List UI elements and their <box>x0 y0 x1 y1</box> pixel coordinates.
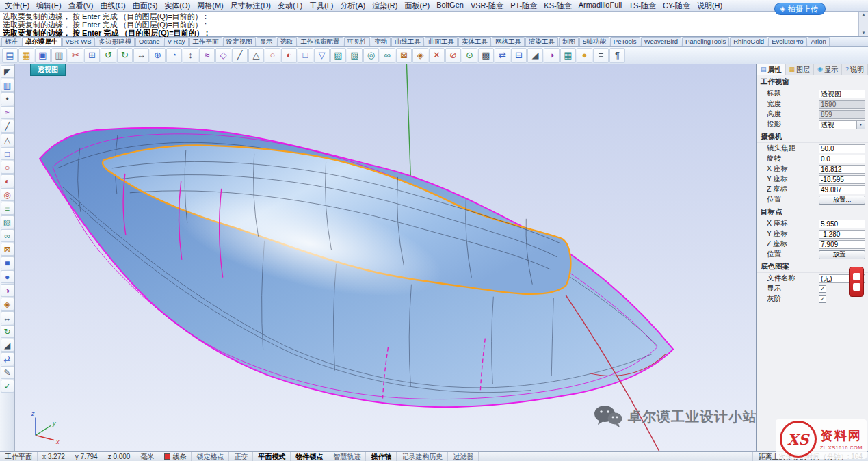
panel-tab-layers[interactable]: ▦ 图层 <box>786 64 815 75</box>
camera-lens-field[interactable]: 50.0 <box>819 144 865 153</box>
extrude-icon[interactable]: ⊠ <box>396 48 412 63</box>
print-icon[interactable]: ▥ <box>51 48 67 63</box>
projection-dropdown[interactable]: 透视 ▼ <box>819 120 865 129</box>
rectangle-tool-icon[interactable]: □ <box>1 147 14 160</box>
menu-item[interactable]: 渲染(R) <box>369 0 401 12</box>
rectangle-icon[interactable]: □ <box>298 48 313 63</box>
viewport-canvas[interactable]: z x y <box>15 64 756 451</box>
join-icon[interactable]: ⊙ <box>462 48 477 63</box>
ellipse-icon[interactable]: ◎ <box>1 188 14 201</box>
status-toggle[interactable]: 智慧轨迹 <box>328 452 366 461</box>
properties-icon[interactable]: ¶ <box>609 48 625 63</box>
curve-icon[interactable]: ≈ <box>199 48 215 63</box>
control-point-curve-icon[interactable]: ◇ <box>215 48 231 63</box>
mesh-icon[interactable]: ▦ <box>560 48 576 63</box>
wallpaper-filename-field[interactable]: (无) <box>819 274 853 283</box>
camera-x-field[interactable]: 16.812 <box>819 165 865 174</box>
menu-item[interactable]: 分析(A) <box>337 0 369 12</box>
toolbar-tab[interactable]: VSR-WB <box>62 37 95 46</box>
revolve-icon[interactable]: ◎ <box>363 48 379 63</box>
status-toggle[interactable]: 操作轴 <box>366 452 397 461</box>
menu-item[interactable]: 说明(H) <box>694 0 726 12</box>
command-area[interactable]: 选取要复制的边缘， 按 Enter 完成 （目的图层(Q)=目前的） : 选取要… <box>0 12 868 37</box>
perspective-viewport[interactable]: z x y 透视图 卓尔谟工业设计小站 <box>15 64 757 451</box>
viewport-title-tab[interactable]: 透视图 <box>30 64 66 76</box>
toolbar-tab[interactable]: 曲面工具 <box>425 37 458 46</box>
menu-item[interactable]: 工具(L) <box>306 0 337 12</box>
current-layer-selector[interactable]: 线条 <box>159 452 192 461</box>
split-icon[interactable]: ⊘ <box>445 48 461 63</box>
toolbar-tab[interactable]: 选取 <box>277 37 297 46</box>
menu-item[interactable]: ArmadilloFull <box>575 0 626 12</box>
menu-item[interactable]: 曲线(C) <box>96 0 129 12</box>
solid-box-icon[interactable]: ■ <box>1 256 14 269</box>
scroll-down-icon[interactable]: ▼ <box>862 31 866 36</box>
panel-tab-display[interactable]: ◉ 显示 <box>814 64 842 75</box>
menu-item[interactable]: 曲面(S) <box>129 0 161 12</box>
fillet-edge-icon[interactable]: ◈ <box>1 298 14 311</box>
menu-item[interactable]: 查看(V) <box>65 0 97 12</box>
trim-icon[interactable]: ✕ <box>429 48 445 63</box>
show-checkbox[interactable]: ✓ <box>819 285 826 293</box>
toolbar-tab[interactable]: 网格工具 <box>492 37 525 46</box>
target-place-button[interactable]: 放置... <box>819 250 865 259</box>
status-toggle[interactable]: 正交 <box>229 452 253 461</box>
toolbar-tab[interactable]: PeTools <box>610 37 640 46</box>
toolbar-tab[interactable]: WeaverBird <box>641 37 681 46</box>
menu-item[interactable]: CY-随意 <box>659 0 694 12</box>
toolbar-tab[interactable]: 渲染工具 <box>525 37 558 46</box>
toolbar-tab[interactable]: V-Ray <box>164 37 189 46</box>
boolean-icon[interactable]: ◑ <box>544 48 560 63</box>
point-icon[interactable]: • <box>1 92 14 105</box>
status-toggle[interactable]: 锁定格点 <box>192 452 229 461</box>
toolbar-tab[interactable]: 卓尔谟犀牛 <box>22 37 62 46</box>
target-x-field[interactable]: 5.950 <box>819 220 865 228</box>
line-tool-icon[interactable]: ╱ <box>1 120 14 133</box>
transform-icon[interactable]: ↔ <box>1 311 14 324</box>
toolbar-tab[interactable]: 变动 <box>371 37 391 46</box>
menu-item[interactable]: KS-随意 <box>540 0 575 12</box>
selection-filter-icon[interactable]: ▥ <box>1 79 14 92</box>
camera-rotation-field[interactable]: 0.0 <box>819 155 865 163</box>
units-indicator[interactable]: 毫米 <box>135 452 159 461</box>
panel-tab-properties[interactable]: ▤ 属性 <box>757 64 786 75</box>
mirror-tool-icon[interactable]: ⇄ <box>1 352 14 365</box>
arc-icon[interactable]: ◐ <box>281 48 297 63</box>
mirror-icon[interactable]: ⇄ <box>495 48 510 63</box>
surface-tool-icon[interactable]: ▧ <box>1 215 14 228</box>
pan-view-icon[interactable]: ↔ <box>133 48 149 63</box>
toolbar-tab[interactable]: 曲线工具 <box>391 37 424 46</box>
toolbar-tab[interactable]: 实体工具 <box>458 37 491 46</box>
cut-icon[interactable]: ✂ <box>68 48 83 63</box>
offset-icon[interactable]: ≡ <box>1 202 14 215</box>
circle-icon[interactable]: ○ <box>265 48 280 63</box>
scroll-up-icon[interactable]: ▲ <box>862 12 866 17</box>
menu-item[interactable]: 文件(F) <box>1 0 33 12</box>
loft-icon[interactable]: ▨ <box>347 48 363 63</box>
move-icon[interactable]: ↕ <box>183 48 198 63</box>
new-file-icon[interactable]: ▤ <box>2 48 18 63</box>
rotate-tool-icon[interactable]: ↻ <box>1 325 14 338</box>
command-prompt[interactable]: 选取要复制的边缘， 按 Enter 完成 （目的图层(Q)=目前的） : <box>3 29 857 37</box>
sweep-tool-icon[interactable]: ∞ <box>1 229 14 242</box>
menu-item[interactable]: 实体(O) <box>161 0 194 12</box>
status-toggle[interactable]: 物件锁点 <box>291 452 328 461</box>
toolbar-tab[interactable]: 显示 <box>257 37 276 46</box>
surface-icon[interactable]: ▧ <box>330 48 346 63</box>
toolbar-tab[interactable]: Arion <box>808 37 830 46</box>
status-toggle[interactable]: 过滤器 <box>448 452 479 461</box>
camera-place-button[interactable]: 放置... <box>819 196 865 205</box>
fillet-icon[interactable]: ◈ <box>412 48 428 63</box>
layers-icon[interactable]: ≡ <box>593 48 609 63</box>
toolbar-tab[interactable]: 工作平面 <box>189 37 222 46</box>
menu-item[interactable]: PT-随意 <box>507 0 540 12</box>
toolbar-tab[interactable]: 5轴功能 <box>579 37 609 46</box>
status-toggle[interactable]: 记录建构历史 <box>397 452 448 461</box>
rotate-view-icon[interactable]: ◔ <box>166 48 182 63</box>
toolbar-tab[interactable]: PanelingTools <box>682 37 729 46</box>
sweep-icon[interactable]: ∞ <box>380 48 395 63</box>
menu-item[interactable]: BoltGen <box>433 0 467 12</box>
undo-icon[interactable]: ↺ <box>101 48 116 63</box>
cplane-selector[interactable]: 工作平面 <box>0 452 38 461</box>
menu-item[interactable]: 面板(P) <box>401 0 433 12</box>
